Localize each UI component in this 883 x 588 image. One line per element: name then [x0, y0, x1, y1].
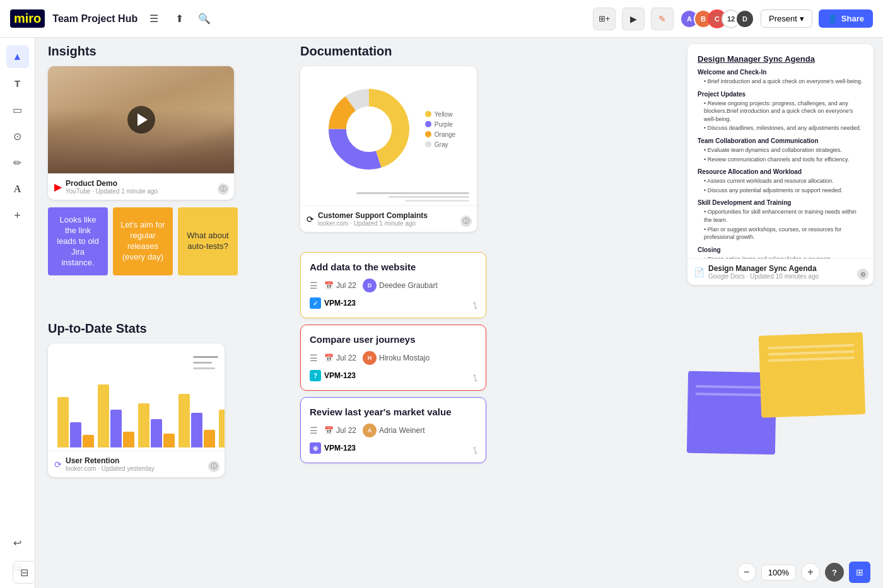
sticky-note-3[interactable]: What about auto-tests? [178, 207, 238, 275]
bar-group-4 [178, 394, 215, 447]
list-icon: ☰ [310, 280, 318, 291]
bar-yellow-5 [219, 410, 225, 447]
documentation-section: Documentation [300, 44, 477, 232]
video-thumbnail[interactable] [48, 66, 234, 173]
stats-title: Up-to-Date Stats [48, 321, 225, 336]
task-3-meta: ☰ 📅 Jul 22 A Adria Weinert [310, 424, 477, 437]
pen-tool[interactable]: ✏ [6, 151, 29, 174]
task-1-list-icon: ☰ [310, 280, 318, 291]
task-card-3[interactable]: Review last year's market value ☰ 📅 Jul … [300, 397, 486, 463]
sticky-note-tool[interactable]: ▭ [6, 98, 29, 121]
bar-yellow-4 [178, 394, 190, 447]
donut-chart-area: Yellow Purple Orange Gray [300, 66, 477, 192]
bar-purple-1 [70, 422, 81, 447]
chevron-down-icon: ▾ [800, 14, 804, 23]
avatar-4: D [735, 9, 754, 28]
video-title: Product Demo [66, 179, 117, 188]
task-1-assignee: D Deedee Graubart [363, 279, 438, 292]
svg-point-4 [346, 107, 392, 152]
gdoc-section-2: Project Updates [698, 91, 863, 98]
zoom-level[interactable]: 100% [761, 565, 796, 580]
docs-title: Documentation [300, 44, 477, 59]
calendar-icon-3: 📅 [324, 426, 334, 435]
text-tool[interactable]: T [6, 72, 29, 95]
present-button[interactable]: Present ▾ [761, 9, 812, 28]
bar-orange-2 [123, 432, 134, 447]
undo-tool[interactable]: ↩ [6, 531, 29, 554]
bar-group-2 [98, 384, 134, 447]
bar-purple-2 [110, 410, 122, 447]
gdoc-bullet-1-1: • Brief introduction and a quick check o… [704, 78, 863, 86]
assignee-avatar-3: A [363, 424, 377, 437]
task-card-2[interactable]: Compare user journeys ☰ 📅 Jul 22 H Hirok… [300, 325, 486, 391]
donut-chart-card: Yellow Purple Orange Gray ⟳ Customer Su [300, 66, 477, 232]
gdoc-section-4: Resource Allocation and Workload [698, 168, 863, 175]
calendar-icon-2: 📅 [324, 354, 334, 362]
share-button[interactable]: 👤 Share [819, 9, 873, 28]
bar-purple-4 [191, 413, 202, 447]
bar-orange-4 [204, 430, 215, 447]
donut-card-footer: ⟳ Customer Support Complaints looker.com… [300, 205, 477, 232]
cursor-tool[interactable]: ▶ [622, 8, 645, 30]
add-tool[interactable]: + [6, 204, 29, 227]
minimap-button[interactable]: ⊞ [849, 562, 870, 583]
youtube-icon: ▶ [54, 181, 62, 193]
miro-logo: miro [10, 9, 45, 28]
shapes-tool[interactable]: ⊙ [6, 125, 29, 147]
gdoc-footer: 📄 Design Manager Sync Agenda Google Docs… [687, 258, 874, 285]
task-3-list-icon: ☰ [310, 425, 318, 435]
topbar-icons: ☰ ⬆ 🔍 [145, 10, 213, 28]
video-info-button[interactable]: ⓘ [218, 183, 229, 195]
bar-group-5 [219, 410, 225, 447]
gdoc-preview: Design Manager Sync Agenda Welcome and C… [687, 44, 874, 258]
board-title: Team Project Hub [52, 13, 137, 25]
donut-info-button[interactable]: ⓘ [460, 216, 472, 227]
gdoc-section-5: Skill Development and Training [698, 199, 863, 206]
export-icon[interactable]: ⬆ [170, 10, 188, 28]
bar-yellow-3 [138, 403, 149, 447]
legend-line-2 [193, 362, 212, 364]
canvas-inner: Insights ▶ Product Demo YouTube [35, 38, 883, 588]
smart-widget-button[interactable]: ⊞+ [593, 8, 616, 30]
bar-yellow-1 [57, 397, 69, 447]
marker-tool[interactable]: ✎ [651, 8, 674, 30]
zoom-out-button[interactable]: − [737, 563, 756, 582]
sticky-note-2[interactable]: Let's aim for regular releases (every da… [113, 207, 173, 275]
sticky-note-1[interactable]: Looks like the link leads to old Jira in… [48, 207, 108, 275]
search-icon[interactable]: 🔍 [196, 10, 213, 28]
video-source: YouTube · Updated 1 minute ago [66, 188, 158, 195]
task-2-list-icon: ☰ [310, 353, 318, 363]
task-2-date: 📅 Jul 22 [324, 354, 356, 362]
help-button[interactable]: ? [825, 563, 844, 582]
task-1-meta: ☰ 📅 Jul 22 D Deedee Graubart [310, 279, 477, 292]
looker-icon-stats: ⟳ [54, 459, 62, 470]
text-style-tool[interactable]: A [6, 178, 29, 200]
play-button[interactable] [127, 106, 155, 134]
insights-section: Insights ▶ Product Demo YouTube [48, 44, 238, 275]
menu-icon[interactable]: ☰ [145, 10, 163, 28]
gdoc-card: Design Manager Sync Agenda Welcome and C… [687, 44, 874, 285]
panels-toggle[interactable]: ⊟ [13, 561, 35, 584]
bar-chart-source: looker.com · Updated yesterday [66, 465, 155, 472]
bar-chart-info-button[interactable]: ⓘ [208, 461, 219, 472]
task-1-title: Add data to the website [310, 262, 477, 272]
gdoc-info-button[interactable]: ⚙ [857, 268, 868, 280]
gdoc-bullet-4-2: • Discuss any potential adjustments or s… [704, 187, 863, 195]
badge-icon-1: ✓ [310, 297, 321, 309]
gdoc-bullet-5-1: • Opportunities for skill enhancement or… [704, 208, 863, 224]
task-3-date: 📅 Jul 22 [324, 426, 356, 435]
sidebar: ▲ T ▭ ⊙ ✏ A + ↩ ↪ ⊟ [0, 38, 35, 588]
task-3-badge: ⊕ VPM-123 [310, 442, 477, 454]
select-tool[interactable]: ▲ [6, 45, 29, 68]
tasks-column: Add data to the website ☰ 📅 Jul 22 D Dee… [300, 252, 486, 470]
big-sticky-yellow[interactable] [759, 332, 865, 418]
zoom-in-button[interactable]: + [801, 563, 820, 582]
bottom-left: ⊟ [13, 561, 35, 584]
task-card-1[interactable]: Add data to the website ☰ 📅 Jul 22 D Dee… [300, 252, 486, 318]
video-card: ▶ Product Demo YouTube · Updated 1 minut… [48, 66, 234, 200]
chart-legend [193, 356, 218, 369]
gdoc-icon: 📄 [694, 267, 705, 277]
big-stickies-area [687, 334, 864, 460]
gdoc-footer-source: Google Docs · Updated 10 minutes ago [708, 273, 819, 280]
gdoc-bullet-3-2: • Review communication channels and tool… [704, 156, 863, 164]
